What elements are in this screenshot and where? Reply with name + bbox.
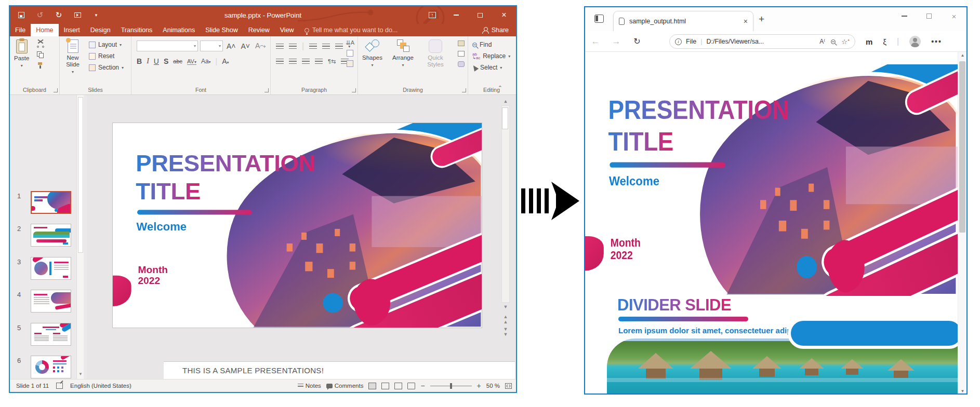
ribbon-display-options-icon[interactable]: ↑ xyxy=(420,6,444,24)
reload-icon[interactable]: ↻ xyxy=(627,36,647,46)
close-button[interactable]: × xyxy=(492,6,516,24)
slide-thumbnail-3[interactable] xyxy=(31,257,71,280)
underline-button[interactable]: U xyxy=(154,57,159,65)
forward-icon[interactable]: → xyxy=(606,36,627,47)
font-color-button[interactable]: A▾ xyxy=(222,57,229,65)
minimize-button[interactable] xyxy=(444,6,468,24)
back-icon[interactable]: ← xyxy=(585,36,606,47)
editor-scrollbar-thumb[interactable] xyxy=(502,107,508,129)
drawing-dialog-launcher[interactable] xyxy=(462,88,466,92)
fit-slide-icon[interactable] xyxy=(505,383,512,389)
extension-icon[interactable]: ξ xyxy=(883,37,886,46)
paste-button[interactable]: Paste▾ xyxy=(14,39,29,68)
bold-button[interactable]: B xyxy=(137,57,142,65)
tab-animations[interactable]: Animations xyxy=(157,24,200,36)
format-painter-icon[interactable] xyxy=(37,62,44,69)
collapse-ribbon-icon[interactable]: ⌃ xyxy=(498,85,502,91)
normal-view-icon[interactable] xyxy=(368,383,376,389)
zoom-out-page-icon[interactable] xyxy=(831,39,836,44)
quick-styles-button[interactable]: Quick Styles xyxy=(425,39,446,68)
slide-thumbnail-1[interactable] xyxy=(31,191,71,214)
tab-actions-icon[interactable] xyxy=(594,15,604,23)
shape-outline-icon[interactable] xyxy=(458,51,465,57)
next-slide-icon[interactable]: ▼▼ xyxy=(501,328,510,336)
browser-maximize-button[interactable] xyxy=(917,7,942,25)
reset-button[interactable]: Reset xyxy=(89,52,124,60)
justify-icon[interactable] xyxy=(315,59,323,64)
language-label[interactable]: English (United States) xyxy=(70,383,131,389)
reading-view-icon[interactable] xyxy=(394,383,402,389)
slide-subtitle[interactable]: Welcome xyxy=(137,220,187,233)
replace-button[interactable]: ab↳ac Replace▾ xyxy=(472,52,510,60)
browser-minimize-button[interactable] xyxy=(892,7,917,25)
numbering-icon[interactable] xyxy=(289,44,297,49)
slide-thumbnail-2[interactable] xyxy=(31,224,71,247)
zoom-out-icon[interactable]: − xyxy=(420,382,425,390)
slide-thumbnail-6[interactable] xyxy=(31,356,71,378)
comments-toggle[interactable]: Comments xyxy=(326,383,364,389)
notes-toggle[interactable]: Notes xyxy=(298,383,321,389)
section-button[interactable]: Section▾ xyxy=(89,64,124,71)
zoom-in-icon[interactable]: + xyxy=(477,382,481,390)
settings-menu-icon[interactable]: ••• xyxy=(931,37,942,46)
slide-title-line1[interactable]: PRESENTATION xyxy=(136,150,315,177)
favorite-star-icon[interactable]: ☆+ xyxy=(841,38,850,46)
paragraph-dialog-launcher[interactable] xyxy=(352,88,356,92)
italic-button[interactable]: I xyxy=(147,57,149,65)
strikethrough-button[interactable]: abc xyxy=(173,58,182,64)
clear-formatting-icon[interactable]: A⤳ xyxy=(254,42,268,50)
font-name-combobox[interactable]: ▾ xyxy=(137,40,198,51)
shape-fill-icon[interactable] xyxy=(458,40,465,46)
slide-panel-scrollbar[interactable]: ▼ xyxy=(76,95,84,379)
shadow-button[interactable]: S xyxy=(164,57,168,65)
maximize-button[interactable] xyxy=(468,6,492,24)
extension-m-icon[interactable]: m xyxy=(866,37,872,46)
increase-indent-icon[interactable] xyxy=(322,44,330,49)
tab-close-icon[interactable]: × xyxy=(744,17,748,25)
new-tab-icon[interactable]: + xyxy=(759,13,764,25)
spellcheck-icon[interactable] xyxy=(56,383,63,389)
select-button[interactable]: Select▾ xyxy=(472,64,510,71)
slide-date-text[interactable]: Month 2022 xyxy=(138,265,168,287)
align-text-icon[interactable] xyxy=(347,50,353,57)
tab-file[interactable]: File xyxy=(10,24,31,36)
bullets-icon[interactable] xyxy=(276,44,284,49)
tab-home[interactable]: Home xyxy=(31,24,58,36)
text-direction-icon[interactable]: ¶⇆ xyxy=(328,58,336,65)
slide-blue-circle-shape[interactable] xyxy=(323,293,342,313)
tab-slideshow[interactable]: Slide Show xyxy=(200,24,243,36)
address-bar[interactable]: i File | D:/Files/Viewer/sa... A⁽ ☆+ xyxy=(669,34,855,49)
new-slide-button[interactable]: New Slide▾ xyxy=(63,39,83,75)
notes-pane[interactable]: THIS IS A SAMPLE PRESENTATIONS! xyxy=(164,361,515,379)
decrease-indent-icon[interactable] xyxy=(309,44,317,49)
editor-scrollbar[interactable]: ▲ ▼ ▲▲ ▼▼ xyxy=(501,97,510,336)
slideshow-view-icon[interactable] xyxy=(407,383,415,389)
scroll-down-icon[interactable]: ▼ xyxy=(501,303,510,311)
zoom-level[interactable]: 50 % xyxy=(486,383,500,389)
copy-icon[interactable] xyxy=(37,51,44,58)
browser-scrollbar-thumb[interactable] xyxy=(959,61,965,233)
tab-transitions[interactable]: Transitions xyxy=(116,24,158,36)
slide-canvas[interactable]: PRESENTATION TITLE Welcome Month 2022 xyxy=(112,123,482,328)
tab-design[interactable]: Design xyxy=(85,24,116,36)
tab-review[interactable]: Review xyxy=(243,24,275,36)
slide-thumbnail-4[interactable] xyxy=(31,290,71,313)
increase-font-icon[interactable]: A˄ xyxy=(225,42,237,50)
text-direction-stack-icon[interactable]: ⇊A xyxy=(346,39,354,46)
arrange-button[interactable]: Arrange▾ xyxy=(392,39,414,67)
shape-effects-icon[interactable] xyxy=(458,61,465,67)
find-button[interactable]: Find xyxy=(472,41,510,48)
browser-close-button[interactable]: × xyxy=(942,7,966,25)
line-spacing-icon[interactable] xyxy=(335,44,343,49)
change-case-button[interactable]: Aa▾ xyxy=(201,58,211,65)
convert-smartart-icon[interactable] xyxy=(347,60,353,67)
clipboard-dialog-launcher[interactable] xyxy=(54,88,58,92)
slide-title-line2[interactable]: TITLE xyxy=(136,178,201,205)
tell-me-box[interactable]: Tell me what you want to do... xyxy=(304,26,398,34)
layout-button[interactable]: Layout▾ xyxy=(89,41,124,48)
zoom-slider-thumb[interactable] xyxy=(450,383,452,389)
previous-slide-icon[interactable]: ▲▲ xyxy=(501,315,510,323)
browser-tab[interactable]: sample_output.html × xyxy=(613,11,753,31)
page-info-icon[interactable]: i xyxy=(675,38,682,45)
slide-panel-scroll-down-icon[interactable]: ▼ xyxy=(77,370,84,378)
